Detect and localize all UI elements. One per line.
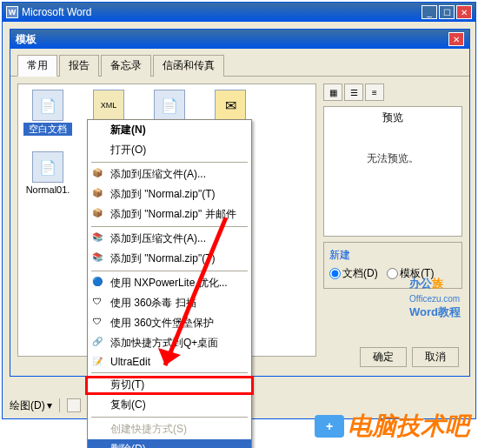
watermark-logo-icon: +: [315, 415, 344, 438]
menu-item[interactable]: 复制(C): [88, 395, 251, 415]
menu-item-label: 新建(N): [110, 124, 146, 136]
toolbar-separator: [59, 398, 60, 412]
template-item-normal01[interactable]: 📄 Normal01.: [23, 151, 72, 195]
menu-item-label: 添加到压缩文件(A)...: [110, 232, 206, 244]
menu-item-label: 添加到压缩文件(A)...: [110, 168, 206, 180]
menu-item[interactable]: 剪切(T): [88, 375, 251, 395]
maximize-button[interactable]: ☐: [439, 5, 455, 19]
menu-item-label: 创建快捷方式(S): [110, 423, 187, 435]
radio-document-label: 文档(D): [342, 266, 378, 281]
menu-item-icon: 📦: [91, 206, 103, 218]
menu-separator: [91, 372, 248, 373]
radio-document-input[interactable]: [329, 268, 341, 279]
tab-memos[interactable]: 备忘录: [101, 55, 151, 77]
menu-item-icon: 📚: [91, 251, 103, 263]
menu-item-label: 添加快捷方式到Q+桌面: [110, 337, 218, 349]
watermark-officezu: 办公族 Officezu.com Word教程: [409, 276, 461, 320]
draw-menu[interactable]: 绘图(D) ▾: [6, 397, 56, 415]
minimize-button[interactable]: _: [422, 5, 437, 19]
watermark-text: 办公: [409, 277, 432, 290]
dialog-title: 模板: [16, 32, 448, 47]
menu-separator: [91, 271, 248, 271]
tab-common[interactable]: 常用: [17, 55, 57, 77]
window-title: Microsoft Word: [22, 6, 422, 18]
dialog-close-button[interactable]: ✕: [448, 32, 464, 46]
menu-item[interactable]: 🔗添加快捷方式到Q+桌面: [88, 333, 251, 353]
menu-item-label: 复制(C): [110, 398, 146, 411]
tab-reports[interactable]: 报告: [59, 55, 99, 77]
menu-item-label: 使用 NXPowerLite 优化...: [110, 277, 228, 289]
doc-icon: 📄: [32, 151, 63, 183]
preview-header: 预览: [328, 110, 458, 125]
menu-item-label: 使用 360杀毒 扫描: [110, 297, 196, 309]
pointer-icon: [67, 398, 81, 412]
watermark-text: 族: [432, 277, 443, 290]
template-item-label: Normal01.: [23, 184, 72, 195]
watermark-dianna: + 电脑技术吧: [315, 410, 469, 443]
mail-icon: ✉: [215, 90, 246, 121]
menu-separator: [91, 417, 248, 418]
menu-item-label: 添加到 "Normal.zip" 并邮件: [110, 208, 236, 220]
xml-icon: XML: [93, 90, 124, 121]
watermark-text: Officezu.com: [409, 294, 460, 304]
select-objects-button[interactable]: [63, 397, 84, 414]
template-item-label: 空白文档: [23, 123, 72, 136]
context-menu: 新建(N)打开(O)📦添加到压缩文件(A)...📦添加到 "Normal.zip…: [87, 119, 252, 448]
menu-separator: [91, 162, 248, 163]
menu-item[interactable]: 📚添加到 "Normal.zip"(T): [88, 249, 251, 269]
preview-message: 无法预览。: [328, 151, 458, 166]
menu-item-label: 剪切(T): [110, 378, 144, 391]
template-item-blank-doc[interactable]: 📄 空白文档: [23, 90, 72, 136]
radio-document[interactable]: 文档(D): [329, 266, 378, 281]
menu-item-label: 删除(D): [110, 443, 146, 448]
menu-item[interactable]: 🛡使用 360文件堡垒保护: [88, 313, 251, 333]
menu-item-label: 使用 360文件堡垒保护: [110, 317, 214, 329]
menu-item: 创建快捷方式(S): [88, 419, 251, 439]
watermark-text: 电脑技术吧: [348, 410, 469, 443]
menu-item-icon: 📦: [91, 186, 103, 198]
menu-item[interactable]: 🔵使用 NXPowerLite 优化...: [88, 273, 251, 293]
preview-box: 预览 无法预览。: [323, 106, 462, 237]
cancel-button[interactable]: 取消: [412, 347, 459, 367]
menu-item-label: 添加到 "Normal.zip"(T): [110, 188, 216, 200]
view-list-button[interactable]: ☰: [344, 84, 363, 101]
menu-item[interactable]: 删除(D): [88, 439, 251, 448]
menu-item[interactable]: 新建(N): [88, 120, 251, 140]
close-button[interactable]: ✕: [456, 5, 472, 19]
menu-item[interactable]: 🛡使用 360杀毒 扫描: [88, 293, 251, 313]
menu-item[interactable]: 📦添加到 "Normal.zip" 并邮件: [88, 204, 251, 224]
menu-item[interactable]: 📦添加到压缩文件(A)...: [88, 164, 251, 184]
titlebar: W Microsoft Word _ ☐ ✕: [3, 3, 475, 22]
menu-item-icon: 📦: [91, 166, 103, 178]
menu-item[interactable]: 📦添加到 "Normal.zip"(T): [88, 184, 251, 204]
menu-item-icon: 🛡: [91, 295, 103, 307]
ok-button[interactable]: 确定: [360, 347, 407, 367]
menu-item[interactable]: 📚添加到压缩文件(A)...: [88, 229, 251, 249]
menu-item[interactable]: 打开(O): [88, 140, 251, 160]
dialog-titlebar: 模板 ✕: [10, 30, 469, 49]
watermark-text: Word教程: [409, 305, 461, 318]
menu-item-icon: 🛡: [91, 315, 103, 327]
tab-letters-fax[interactable]: 信函和传真: [153, 55, 224, 77]
menu-item-icon: 📚: [91, 231, 103, 243]
menu-item[interactable]: 📝UltraEdit: [88, 353, 251, 371]
menu-separator: [91, 226, 248, 227]
menu-item-label: UltraEdit: [110, 356, 150, 368]
menu-item-label: 打开(O): [110, 144, 146, 156]
dialog-tabs: 常用 报告 备忘录 信函和传真: [10, 49, 469, 77]
new-header: 新建: [329, 248, 456, 263]
word-app-icon: W: [6, 6, 18, 18]
menu-item-label: 添加到 "Normal.zip"(T): [110, 252, 216, 264]
view-details-button[interactable]: ≡: [365, 84, 384, 101]
menu-item-icon: 📝: [91, 355, 103, 367]
draw-label: 绘图(D): [10, 398, 45, 413]
doc-icon: 📄: [32, 90, 63, 121]
radio-template-input[interactable]: [387, 268, 398, 279]
menu-item-icon: 🔗: [91, 335, 103, 347]
view-large-icons-button[interactable]: ▦: [323, 84, 342, 101]
menu-item-icon: 🔵: [91, 275, 103, 287]
web-icon: 📄: [154, 90, 185, 121]
